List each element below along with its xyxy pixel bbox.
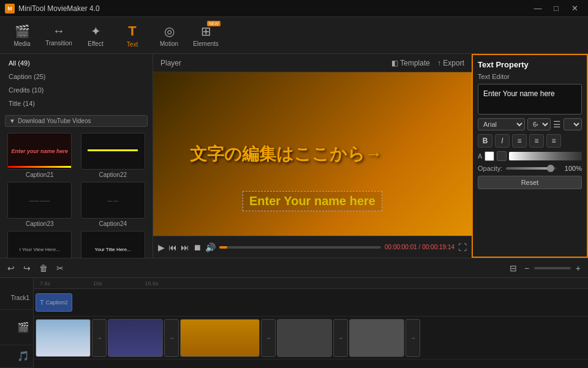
reset-button[interactable]: Reset (478, 176, 582, 189)
font-row: Arial 64 ☰ 1 (478, 118, 582, 130)
tool-elements-label: Elements (193, 40, 219, 47)
text-property-panel: Text Property Text Editor Enter Your nam… (472, 54, 588, 258)
tool-effect-label: Effect (88, 40, 103, 47)
tool-effect[interactable]: ✦ Effect (78, 20, 113, 51)
player-title: Player (160, 59, 181, 67)
media-icon: 🎬 (15, 24, 30, 39)
new-badge: NEW (207, 21, 221, 26)
split-view-button[interactable]: ⊟ (507, 262, 519, 274)
thumb-box-caption21: Enter your name here (7, 133, 72, 170)
titlebar-controls: — □ ✕ (529, 2, 583, 15)
video-thumb-5[interactable] (349, 319, 404, 357)
zoom-in-button[interactable]: + (573, 262, 583, 274)
thumb-preview-c23: —— —— (29, 198, 50, 203)
minimize-button[interactable]: — (529, 2, 546, 15)
tool-media-label: Media (13, 40, 30, 47)
caption-text-overlay[interactable]: Enter Your name here (243, 191, 382, 211)
template-label: Template (400, 59, 430, 67)
tool-media[interactable]: 🎬 Media (5, 20, 39, 51)
delete-button[interactable]: 🗑 (37, 262, 50, 274)
caption-chip-icon: T (40, 299, 44, 306)
thumb-label-caption21: Caption21 (26, 171, 54, 178)
vt4-bg (277, 320, 331, 356)
opacity-slider[interactable] (506, 167, 557, 170)
video-thumb-3[interactable] (180, 319, 260, 357)
timeline-area: ↩ ↪ 🗑 ✂ ⊟ − + Track1 🎬 🎵 (0, 258, 588, 368)
align-center-button[interactable]: ≡ (529, 134, 544, 148)
player-area: Player ◧ Template ↑ Export 文字の編集はここから→ E… (153, 54, 472, 258)
vt2-bg (108, 320, 162, 356)
opacity-fill (506, 167, 551, 170)
prev-frame-button[interactable]: ⏮ (168, 242, 177, 252)
tool-text[interactable]: T Text (115, 20, 149, 51)
filter-caption[interactable]: Caption (25) (5, 71, 148, 82)
caption-chip[interactable]: T Caption2 (36, 293, 72, 312)
stop-button[interactable]: ⏹ (193, 242, 202, 252)
close-button[interactable]: ✕ (566, 2, 583, 15)
align-right-button[interactable]: ≡ (546, 134, 561, 148)
fullscreen-button[interactable]: ⛶ (458, 242, 467, 252)
effect-icon: ✦ (91, 24, 101, 39)
panel-title: Text Property (478, 60, 582, 69)
undo-button[interactable]: ↩ (5, 262, 17, 274)
tracks: 7.6s 10s 19.6s T Caption2 → (34, 278, 588, 368)
filter-title[interactable]: Title (14) (5, 98, 148, 109)
thumb-caption22[interactable]: Caption22 (78, 133, 148, 178)
player-video: 文字の編集はここから→ Enter Your name here (153, 72, 472, 236)
video-thumb-arrow3[interactable]: → (261, 319, 276, 357)
play-button[interactable]: ▶ (158, 242, 165, 252)
caption-chip-label: Caption2 (46, 299, 68, 306)
template-button[interactable]: ◧ Template (391, 59, 430, 67)
transition-icon: ↔ (53, 24, 65, 38)
tool-transition[interactable]: ↔ Transition (42, 20, 76, 51)
zoom-slider[interactable] (534, 267, 571, 269)
export-button[interactable]: ↑ Export (437, 59, 464, 67)
video-thumb-arrow2[interactable]: → (164, 319, 179, 357)
video-thumb-2[interactable] (108, 319, 163, 357)
bold-button[interactable]: B (478, 134, 492, 148)
font-color-swatch[interactable] (484, 151, 494, 161)
font-family-select[interactable]: Arial (478, 118, 525, 130)
video-thumb-arrow1[interactable]: → (92, 319, 107, 357)
align-left-button[interactable]: ≡ (512, 134, 527, 148)
video-track-row: → → → → (34, 317, 588, 359)
thumb-bar (8, 166, 71, 168)
thumb-caption21[interactable]: Enter your name here Caption21 (5, 133, 75, 178)
audio-track-row (34, 359, 588, 368)
filter-all[interactable]: All (49) (5, 58, 148, 69)
tool-motion[interactable]: ◎ Motion (152, 20, 186, 51)
annotation-overlay: 文字の編集はここから→ (190, 143, 382, 166)
font-size-select[interactable]: 64 (527, 118, 551, 130)
cut-button[interactable]: ✂ (54, 262, 66, 274)
color-label-icon: A (478, 152, 482, 160)
download-label: Download YouTube Videos (18, 118, 91, 124)
thumb-caption23[interactable]: —— —— Caption23 (5, 182, 75, 227)
thumb-caption25[interactable]: I Your View Here... Caption25 (5, 231, 75, 258)
tool-elements[interactable]: ⊞ Elements NEW (189, 20, 223, 51)
restore-button[interactable]: □ (548, 2, 565, 15)
progress-bar[interactable] (219, 246, 381, 249)
color-gradient-bar[interactable] (509, 152, 582, 160)
thumb-preview-c21: Enter your name here (11, 148, 68, 154)
line-height-select[interactable]: 1 (564, 118, 582, 130)
arrow-right-icon-4: → (337, 334, 344, 341)
titlebar-left: M MiniTool MovieMaker 4.0 (5, 4, 100, 13)
italic-button[interactable]: I (495, 134, 510, 148)
text-editor[interactable]: Enter Your name here (478, 84, 582, 115)
thumb-caption1[interactable]: Your Title Here... Caption1 (78, 231, 148, 258)
zoom-out-button[interactable]: − (522, 262, 532, 274)
bg-color-swatch[interactable] (497, 151, 507, 161)
volume-button[interactable]: 🔊 (205, 242, 216, 252)
line-height-icon: ☰ (553, 119, 561, 129)
tool-transition-label: Transition (45, 40, 72, 47)
video-thumb-arrow5[interactable]: → (405, 319, 420, 357)
filter-credits[interactable]: Credits (10) (5, 84, 148, 96)
download-youtube-button[interactable]: ▼ Download YouTube Videos (5, 115, 148, 127)
thumb-box-caption24: — — (81, 182, 145, 219)
redo-button[interactable]: ↪ (21, 262, 33, 274)
thumb-caption24[interactable]: — — Caption24 (78, 182, 148, 227)
video-thumb-1[interactable] (36, 319, 91, 357)
next-frame-button[interactable]: ⏭ (181, 242, 189, 252)
video-thumb-arrow4[interactable]: → (333, 319, 348, 357)
video-thumb-4[interactable] (277, 319, 332, 357)
